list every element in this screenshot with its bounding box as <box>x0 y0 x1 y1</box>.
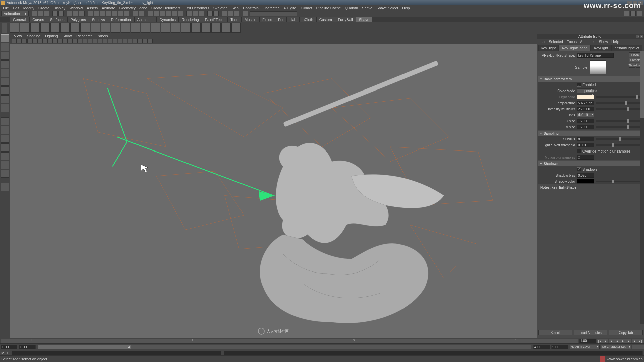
node-name-field[interactable]: key_lightShape <box>577 53 614 58</box>
shelf-icon[interactable] <box>191 23 201 33</box>
panel-tool-icon[interactable] <box>143 39 148 43</box>
panel-tool-icon[interactable] <box>62 39 67 43</box>
panel-tool-icon[interactable] <box>77 39 82 43</box>
menu-assets[interactable]: Assets <box>85 6 99 10</box>
menu-shave[interactable]: Shave <box>360 6 374 10</box>
menu-display[interactable]: Display <box>52 6 67 10</box>
menu-create[interactable]: Create <box>37 6 51 10</box>
scale-tool[interactable] <box>1 78 9 86</box>
attr-tab-key_light[interactable]: key_light <box>538 45 559 51</box>
search-input[interactable] <box>250 11 297 16</box>
tool1-icon[interactable] <box>222 11 227 16</box>
shadow-color-swatch[interactable] <box>577 179 594 184</box>
panel-tool-icon[interactable] <box>57 39 62 43</box>
shelf-icon[interactable] <box>121 23 130 33</box>
shelf-tab-deformation[interactable]: Deformation <box>108 17 134 22</box>
rotate-tool[interactable] <box>1 69 9 77</box>
time-track[interactable]: 1234 <box>1 339 578 343</box>
snap-toggle-icon[interactable] <box>124 11 129 16</box>
go-end-icon[interactable]: ►| <box>637 339 643 343</box>
cmd-input[interactable] <box>12 351 221 355</box>
module-selector[interactable]: Animation <box>1 11 29 16</box>
menu-create-deformers[interactable]: Create Deformers <box>150 6 182 10</box>
basic-params-header[interactable]: Basic parameters <box>538 76 643 82</box>
sidebar-toggle-icon[interactable] <box>624 11 629 16</box>
char-set-select[interactable]: No Character Set <box>601 345 631 349</box>
shadows-header[interactable]: Shadows <box>538 161 643 166</box>
shelf-icon[interactable] <box>40 23 50 33</box>
shelf-icon[interactable] <box>221 23 231 33</box>
usize-slider[interactable] <box>596 120 641 122</box>
panel-tool-icon[interactable] <box>88 39 92 43</box>
autokey-icon[interactable] <box>632 345 638 349</box>
panel-tool-icon[interactable] <box>118 39 122 43</box>
temperature-slider[interactable] <box>596 102 641 104</box>
shelf-tab-custom[interactable]: Custom <box>316 17 335 22</box>
shelf-tab-shave[interactable]: Shave <box>356 17 372 22</box>
shelf-icon[interactable] <box>201 23 211 33</box>
shelf-icon[interactable] <box>70 23 80 33</box>
shelf-icon[interactable] <box>60 23 70 33</box>
panel-tool-icon[interactable] <box>47 39 52 43</box>
shelf-tab-general[interactable]: General <box>10 17 29 22</box>
layout-outliner[interactable] <box>1 170 9 178</box>
override-mb-checkbox[interactable] <box>577 149 581 153</box>
menu-help[interactable]: Help <box>400 6 412 10</box>
load-attrs-button[interactable]: Load Attributes <box>574 330 607 335</box>
range-start-inner[interactable]: 1.00 <box>19 345 36 349</box>
play-fwd-icon[interactable]: ► <box>620 339 626 343</box>
panel-tool-icon[interactable] <box>113 39 117 43</box>
range-track[interactable]: 14 <box>38 345 531 349</box>
shelf-icon[interactable] <box>131 23 140 33</box>
panel-menu-renderer[interactable]: Renderer <box>74 34 94 38</box>
panel-menu-view[interactable]: View <box>12 34 24 38</box>
panel-tool-icon[interactable] <box>17 39 22 43</box>
history-icon[interactable] <box>133 11 138 16</box>
ipr-icon[interactable] <box>154 11 159 16</box>
menu-comet[interactable]: Comet <box>300 6 314 10</box>
panel-tool-icon[interactable] <box>103 39 107 43</box>
go-start-icon[interactable]: |◄ <box>597 339 603 343</box>
shelf-tab-polygons[interactable]: Polygons <box>67 17 89 22</box>
shelf-tab-toon[interactable]: Toon <box>227 17 241 22</box>
anim-layer-select[interactable]: No Anim Layer <box>570 345 600 349</box>
shelf-icon[interactable] <box>161 23 170 33</box>
menu-file[interactable]: File <box>1 6 11 10</box>
history-toggle-icon[interactable] <box>139 11 144 16</box>
shelf-tab-dynamics[interactable]: Dynamics <box>157 17 179 22</box>
soft-tool[interactable] <box>1 95 9 103</box>
menu-shave-select[interactable]: Shave Select <box>375 6 400 10</box>
attr-tab-defaultlightset[interactable]: defaultLightSet <box>611 45 642 51</box>
intensity-slider[interactable] <box>596 108 641 110</box>
attr-toggle-icon[interactable] <box>630 11 636 16</box>
select-button[interactable]: Select <box>538 330 572 335</box>
outliner-icon[interactable] <box>207 11 213 16</box>
layout-single[interactable] <box>1 117 9 125</box>
menu-edit-deformers[interactable]: Edit Deformers <box>183 6 211 10</box>
menu-constrain[interactable]: Constrain <box>241 6 260 10</box>
paint-select-icon[interactable] <box>79 11 85 16</box>
step-fwd-icon[interactable]: ► <box>626 339 631 343</box>
attr-menu-show[interactable]: Show <box>597 40 609 44</box>
shelf-icon[interactable] <box>141 23 150 33</box>
shelf-icon[interactable] <box>80 23 90 33</box>
step-back-key-icon[interactable]: ◄| <box>603 339 608 343</box>
shelf-icon[interactable] <box>171 23 180 33</box>
panel-tool-icon[interactable] <box>108 39 112 43</box>
attr-scrollbar[interactable] <box>640 51 644 324</box>
shelf-icon[interactable] <box>181 23 191 33</box>
shelf-icon[interactable] <box>20 23 30 33</box>
layout-three[interactable] <box>1 152 9 160</box>
history-tool[interactable] <box>1 183 9 191</box>
vsize-slider[interactable] <box>596 126 641 128</box>
attr-menu-help[interactable]: Help <box>610 40 621 44</box>
render-globals-icon[interactable] <box>178 11 183 16</box>
attr-menu-focus[interactable]: Focus <box>565 40 578 44</box>
usize-field[interactable]: 15.000 <box>577 119 594 123</box>
enabled-checkbox[interactable]: ✓ <box>577 83 581 87</box>
layout-icon[interactable] <box>186 11 192 16</box>
color-mode-select[interactable]: Temperature <box>577 88 594 93</box>
light-color-slider[interactable] <box>596 96 641 98</box>
step-fwd-key-icon[interactable]: |► <box>632 339 637 343</box>
select-tool[interactable] <box>1 34 9 42</box>
